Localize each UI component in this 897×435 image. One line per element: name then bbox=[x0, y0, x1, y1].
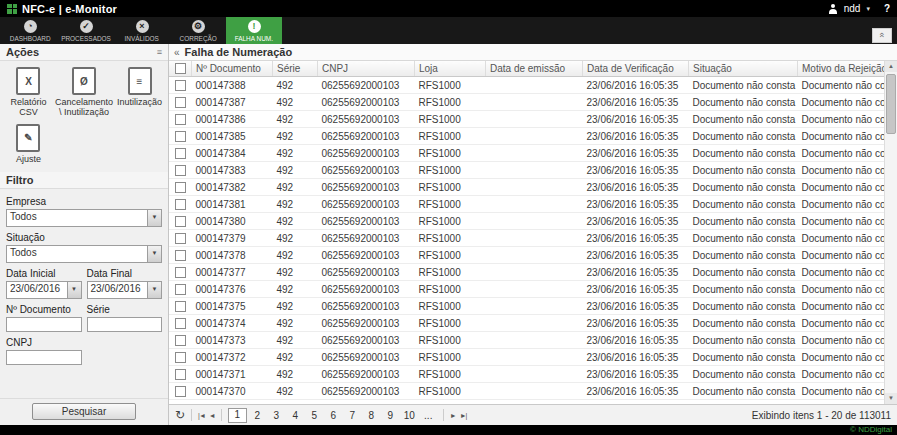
table-row[interactable]: 00014737749206255692000103RFS100023/06/2… bbox=[169, 264, 885, 281]
page-9[interactable]: 9 bbox=[382, 409, 399, 422]
table-cell: 23/06/2016 16:05:35 bbox=[583, 94, 689, 111]
row-checkbox[interactable] bbox=[175, 386, 186, 397]
table-row[interactable]: 00014738449206255692000103RFS100023/06/2… bbox=[169, 145, 885, 162]
row-checkbox[interactable] bbox=[175, 97, 186, 108]
action-relatorio-csv[interactable]: XRelatório CSV bbox=[4, 67, 53, 118]
column-header[interactable]: Situação bbox=[689, 61, 798, 77]
row-checkbox[interactable] bbox=[175, 301, 186, 312]
table-row[interactable]: 00014738749206255692000103RFS100023/06/2… bbox=[169, 94, 885, 111]
help-button[interactable]: ? bbox=[884, 3, 890, 14]
table-row[interactable]: 00014737449206255692000103RFS100023/06/2… bbox=[169, 315, 885, 332]
first-page-icon[interactable]: |◄ bbox=[198, 412, 205, 419]
row-checkbox[interactable] bbox=[175, 148, 186, 159]
num-documento-input[interactable] bbox=[6, 317, 82, 332]
table-row[interactable]: 00014737049206255692000103RFS100023/06/2… bbox=[169, 383, 885, 400]
table-row[interactable]: 00014738649206255692000103RFS100023/06/2… bbox=[169, 111, 885, 128]
table-row[interactable]: 00014737149206255692000103RFS100023/06/2… bbox=[169, 366, 885, 383]
table-row[interactable]: 00014738849206255692000103RFS100023/06/2… bbox=[169, 77, 885, 94]
refresh-icon[interactable]: ↻ bbox=[175, 409, 185, 421]
table-row[interactable]: 00014737549206255692000103RFS100023/06/2… bbox=[169, 298, 885, 315]
next-page-icon[interactable]: ► bbox=[450, 412, 456, 419]
column-header[interactable]: Série bbox=[273, 61, 318, 77]
prev-page-icon[interactable]: ◄ bbox=[209, 412, 215, 419]
row-checkbox[interactable] bbox=[175, 131, 186, 142]
data-inicial-picker[interactable]: 23/06/2016 ▼ bbox=[6, 281, 82, 299]
table-row[interactable]: 00014738349206255692000103RFS100023/06/2… bbox=[169, 162, 885, 179]
table-cell: 000147383 bbox=[192, 162, 273, 179]
scrollbar-thumb[interactable] bbox=[886, 74, 896, 134]
collapse-ribbon-icon[interactable]: « bbox=[872, 28, 892, 43]
actions-title: Ações bbox=[6, 46, 39, 58]
page-5[interactable]: 5 bbox=[306, 409, 323, 422]
table-cell: 492 bbox=[273, 281, 318, 298]
page-6[interactable]: 6 bbox=[325, 409, 342, 422]
serie-input[interactable] bbox=[87, 317, 163, 332]
column-header[interactable]: CNPJ bbox=[318, 61, 415, 77]
table-cell bbox=[486, 383, 583, 400]
actions-menu-icon[interactable]: ≡ bbox=[157, 47, 162, 57]
column-header[interactable]: Loja bbox=[415, 61, 486, 77]
page-10[interactable]: 10 bbox=[401, 409, 418, 422]
action-cancelamento-inutilizacao[interactable]: ØCancelamento \ Inutilização bbox=[55, 67, 113, 118]
tab-processados[interactable]: ✓PROCESSADOS bbox=[58, 17, 114, 44]
divider bbox=[443, 409, 444, 421]
row-checkbox[interactable] bbox=[175, 216, 186, 227]
last-page-icon[interactable]: ►| bbox=[460, 412, 467, 419]
table-row[interactable]: 00014737949206255692000103RFS100023/06/2… bbox=[169, 230, 885, 247]
action-ajuste[interactable]: ✎Ajuste bbox=[4, 124, 53, 164]
row-checkbox[interactable] bbox=[175, 233, 186, 244]
data-final-picker[interactable]: 23/06/2016 ▼ bbox=[87, 281, 163, 299]
collapse-panel-icon[interactable]: « bbox=[174, 47, 180, 58]
page-2[interactable]: 2 bbox=[249, 409, 266, 422]
table-row[interactable]: 00014737649206255692000103RFS100023/06/2… bbox=[169, 281, 885, 298]
search-button[interactable]: Pesquisar bbox=[32, 403, 136, 420]
table-row[interactable]: 00014737849206255692000103RFS100023/06/2… bbox=[169, 247, 885, 264]
tab-dashboard[interactable]: ◔DASHBOARD bbox=[2, 17, 58, 44]
row-checkbox[interactable] bbox=[175, 182, 186, 193]
table-cell: 06255692000103 bbox=[318, 349, 415, 366]
tab-correcao[interactable]: ⚙CORREÇÃO bbox=[170, 17, 226, 44]
row-checkbox[interactable] bbox=[175, 335, 186, 346]
table-row[interactable]: 00014737349206255692000103RFS100023/06/2… bbox=[169, 332, 885, 349]
table-cell: Documento não consta na base bbox=[689, 383, 798, 400]
row-checkbox[interactable] bbox=[175, 284, 186, 295]
vertical-scrollbar[interactable]: ▲ ▼ bbox=[884, 61, 897, 404]
page-7[interactable]: 7 bbox=[344, 409, 361, 422]
row-checkbox[interactable] bbox=[175, 199, 186, 210]
page-1[interactable]: 1 bbox=[228, 408, 247, 423]
column-header[interactable]: Nº Documento bbox=[192, 61, 273, 77]
table-row[interactable]: 00014737249206255692000103RFS100023/06/2… bbox=[169, 349, 885, 366]
column-header[interactable]: Motivo da Rejeição bbox=[798, 61, 885, 77]
table-row[interactable]: 00014738049206255692000103RFS100023/06/2… bbox=[169, 213, 885, 230]
tab-invalidos[interactable]: ×INVÁLIDOS bbox=[114, 17, 170, 44]
chevron-down-icon[interactable]: ▾ bbox=[866, 5, 870, 13]
table-cell: 000147371 bbox=[192, 366, 273, 383]
action-label: Relatório CSV bbox=[4, 97, 53, 118]
table-cell: 06255692000103 bbox=[318, 281, 415, 298]
row-checkbox[interactable] bbox=[175, 352, 186, 363]
row-checkbox[interactable] bbox=[175, 369, 186, 380]
row-checkbox[interactable] bbox=[175, 80, 186, 91]
column-header[interactable]: Data de emissão bbox=[486, 61, 583, 77]
column-header[interactable]: Data de Verificação bbox=[583, 61, 689, 77]
table-row[interactable]: 00014738549206255692000103RFS100023/06/2… bbox=[169, 128, 885, 145]
empresa-select[interactable]: Todos ▼ bbox=[6, 209, 162, 227]
user-menu[interactable]: ndd bbox=[844, 3, 861, 14]
page-8[interactable]: 8 bbox=[363, 409, 380, 422]
scroll-down-icon[interactable]: ▼ bbox=[885, 393, 897, 404]
page-3[interactable]: 3 bbox=[268, 409, 285, 422]
row-checkbox[interactable] bbox=[175, 114, 186, 125]
select-all-checkbox[interactable] bbox=[175, 63, 186, 74]
row-checkbox[interactable] bbox=[175, 267, 186, 278]
row-checkbox[interactable] bbox=[175, 250, 186, 261]
row-checkbox[interactable] bbox=[175, 165, 186, 176]
page-4[interactable]: 4 bbox=[287, 409, 304, 422]
cnpj-input[interactable] bbox=[6, 350, 82, 365]
table-row[interactable]: 00014738149206255692000103RFS100023/06/2… bbox=[169, 196, 885, 213]
table-row[interactable]: 00014738249206255692000103RFS100023/06/2… bbox=[169, 179, 885, 196]
situacao-select[interactable]: Todos ▼ bbox=[6, 245, 162, 263]
action-inutilizacao[interactable]: ≡Inutilização bbox=[115, 67, 164, 118]
row-checkbox[interactable] bbox=[175, 318, 186, 329]
scroll-up-icon[interactable]: ▲ bbox=[885, 61, 897, 72]
tab-falha-num[interactable]: !FALHA NUM. bbox=[226, 17, 282, 44]
